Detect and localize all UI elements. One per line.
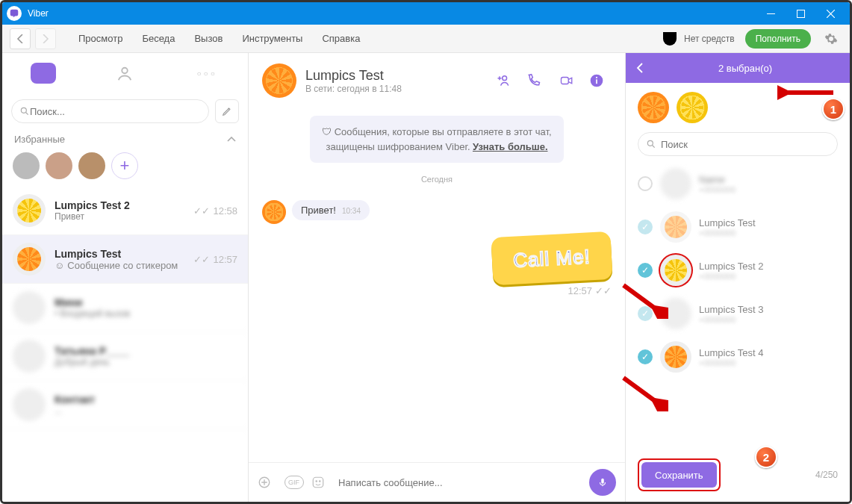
message-time: 12:57 <box>568 285 592 296</box>
message-input[interactable] <box>338 477 582 488</box>
contact-item[interactable]: Name+0000000 <box>638 162 842 205</box>
selected-avatar[interactable] <box>677 92 708 123</box>
chat-item[interactable]: Контакт... <box>2 381 248 429</box>
checkbox-icon[interactable]: ✓ <box>638 263 653 278</box>
left-search[interactable] <box>11 99 209 123</box>
avatar-icon <box>660 211 691 243</box>
checkbox-icon[interactable]: ✓ <box>638 306 653 321</box>
nav-forward-button[interactable] <box>35 28 56 49</box>
chat-preview: Привет <box>55 211 193 222</box>
favorites-header[interactable]: Избранные <box>2 129 248 149</box>
avatar-icon <box>13 340 46 373</box>
avatar-icon <box>660 255 691 286</box>
menu-call[interactable]: Вызов <box>187 30 230 47</box>
info-button[interactable] <box>589 73 612 88</box>
nav-back-button[interactable] <box>10 28 31 49</box>
contact-item[interactable]: ✓ Lumpics Test 4+0000000 <box>638 335 842 379</box>
voice-call-button[interactable] <box>526 73 549 88</box>
tab-more[interactable]: ○○○ <box>188 55 226 92</box>
avatar-icon <box>13 388 46 421</box>
sticker-button[interactable] <box>311 476 331 489</box>
select-header: 2 выбран(о) <box>626 53 850 83</box>
favorite-avatar[interactable] <box>78 152 105 179</box>
chat-preview: Сообщение со стикером <box>67 260 178 271</box>
settings-button[interactable] <box>820 28 842 50</box>
conversation-header: Lumpics Test В сети: сегодня в 11:48 <box>249 53 625 108</box>
menu-tools[interactable]: Инструменты <box>234 30 310 47</box>
selected-avatar[interactable] <box>638 92 669 123</box>
svg-point-12 <box>320 481 321 482</box>
svg-rect-10 <box>313 477 323 488</box>
mic-button[interactable] <box>589 469 616 496</box>
check-icon: ✓✓ <box>595 285 612 296</box>
chat-item[interactable]: Татьяна Р____Добрый день <box>2 332 248 381</box>
contact-item[interactable]: ✓ Lumpics Test+0000000 <box>638 205 842 249</box>
save-highlight: Сохранить <box>638 458 721 491</box>
search-icon <box>646 139 656 149</box>
chevron-up-icon <box>227 137 236 143</box>
favorite-avatar[interactable] <box>46 152 72 179</box>
close-button[interactable] <box>815 2 845 25</box>
compose-button[interactable] <box>215 99 239 123</box>
back-button[interactable] <box>636 63 651 73</box>
viber-logo-icon <box>7 6 22 21</box>
tab-contacts[interactable] <box>106 55 143 92</box>
favorites-avatars: + <box>2 149 248 187</box>
topup-button[interactable]: Пополнить <box>745 29 811 49</box>
sticker-callme: Call Me! <box>491 231 612 285</box>
check-icon: ✓✓ <box>193 254 210 265</box>
left-search-input[interactable] <box>30 106 201 117</box>
chat-item[interactable]: Lumpics Test 2 Привет ✓✓12:58 <box>2 187 248 235</box>
contact-item[interactable]: ✓ Lumpics Test 2+0000000 <box>638 249 842 292</box>
conversation-name: Lumpics Test <box>305 68 486 84</box>
chat-name: Lumpics Test 2 <box>55 199 193 211</box>
menu-chat[interactable]: Беседа <box>134 30 182 47</box>
shield-icon: 🛡 <box>322 126 332 137</box>
avatar-icon <box>13 243 46 276</box>
save-button[interactable]: Сохранить <box>641 462 717 488</box>
checkbox-icon[interactable]: ✓ <box>638 349 653 364</box>
avatar-icon <box>13 291 46 324</box>
favorites-label: Избранные <box>14 134 65 145</box>
svg-point-2 <box>122 68 128 73</box>
chat-item[interactable]: Lumpics Test ☺Сообщение со стикером ✓✓12… <box>2 235 248 284</box>
contact-select-list: Name+0000000 ✓ Lumpics Test+0000000 ✓ Lu… <box>626 162 850 451</box>
day-label: Сегодня <box>249 175 625 184</box>
balance-icon <box>663 32 677 46</box>
conversation-panel: Lumpics Test В сети: сегодня в 11:48 🛡 С… <box>249 53 626 502</box>
favorite-avatar[interactable] <box>13 152 40 179</box>
maximize-button[interactable] <box>786 2 815 25</box>
gif-button[interactable]: GIF <box>284 476 304 489</box>
balance-text: Нет средств <box>684 34 735 44</box>
avatar-icon <box>13 194 46 227</box>
chat-time: 12:58 <box>213 205 237 217</box>
svg-point-3 <box>21 108 26 113</box>
attach-button[interactable] <box>258 476 277 489</box>
checkbox-icon[interactable] <box>638 176 653 191</box>
add-favorite-button[interactable]: + <box>111 152 138 179</box>
avatar-icon <box>660 298 691 329</box>
search-icon <box>19 106 30 116</box>
composer: GIF <box>249 462 625 502</box>
svg-point-11 <box>316 481 317 482</box>
message-out-sticker: Call Me! 12:57✓✓ <box>262 234 612 296</box>
menu-view[interactable]: Просмотр <box>71 30 130 47</box>
conversation-status: В сети: сегодня в 11:48 <box>305 84 486 94</box>
menu-help[interactable]: Справка <box>314 30 367 47</box>
right-search[interactable] <box>638 132 838 156</box>
right-search-input[interactable] <box>661 139 830 150</box>
select-panel: 2 выбран(о) Name+0000000 ✓ Lumpics Test+… <box>626 53 850 502</box>
select-footer: Сохранить 4/250 <box>626 451 850 502</box>
sticker-icon: ☺ <box>55 260 64 271</box>
tab-chats[interactable] <box>25 55 62 92</box>
minimize-button[interactable] <box>756 2 786 25</box>
video-call-button[interactable] <box>558 74 580 87</box>
add-contact-button[interactable] <box>495 73 517 88</box>
checkbox-icon[interactable]: ✓ <box>638 220 653 234</box>
contact-item[interactable]: ✓ Lumpics Test 3+0000000 <box>638 292 842 335</box>
svg-rect-7 <box>596 79 597 84</box>
avatar-icon <box>262 63 296 98</box>
select-counter: 4/250 <box>815 470 838 480</box>
chat-item[interactable]: Мини• Входящий вызов <box>2 284 248 332</box>
learn-more-link[interactable]: Узнать больше. <box>473 141 548 152</box>
